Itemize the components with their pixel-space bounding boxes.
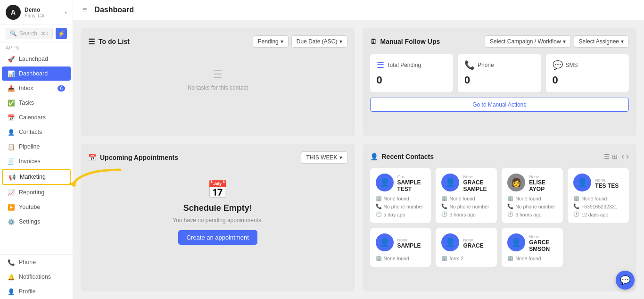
- marketing-icon: 📢: [8, 173, 16, 181]
- mfu-filters: Select Campaign / Workflow ▾ Select Assi…: [485, 35, 629, 48]
- contact-tag-tes-tes: None: [595, 178, 623, 183]
- sidebar-label-inbox: Inbox: [19, 85, 33, 91]
- dashboard-icon: 📊: [8, 70, 15, 77]
- stat-card-total-pending: ☰ Total Pending 0: [370, 54, 454, 92]
- todo-pending-filter[interactable]: Pending ▾: [253, 35, 289, 48]
- contact-tag-sample-test: Gro: [397, 174, 426, 179]
- search-box[interactable]: 🔍 Search ⌘K: [6, 28, 53, 39]
- contact-avatar-grace: 👤: [441, 233, 459, 251]
- sidebar-item-calendars[interactable]: 📅 Calendars: [2, 110, 71, 125]
- contact-name-sample: SAMPLE: [397, 242, 426, 249]
- search-label: Search: [19, 30, 37, 37]
- mfu-card-header: 🗓 Manual Follow Ups Select Campaign / Wo…: [370, 35, 629, 48]
- sidebar-item-youtube[interactable]: ▶️ Youtube: [2, 200, 71, 214]
- contact-company-grace: 🏢 form 2: [441, 255, 463, 261]
- stat-card-sms: 💬 SMS 0: [546, 54, 629, 92]
- demo-location: Paris, CA: [25, 13, 61, 18]
- sidebar-item-marketing[interactable]: 📢 Marketing: [2, 169, 71, 185]
- demo-name: Demo: [25, 7, 61, 13]
- appointments-week-filter[interactable]: THIS WEEK ▾: [301, 151, 347, 164]
- mfu-assignee-filter[interactable]: Select Assignee ▾: [574, 35, 629, 48]
- sidebar-item-inbox[interactable]: 📥 Inbox 6: [2, 81, 71, 95]
- inbox-icon: 📥: [8, 84, 15, 92]
- sidebar-label-launchpad: Launchpad: [19, 56, 48, 62]
- sidebar-item-invoices[interactable]: 🧾 Invoices: [2, 154, 71, 168]
- next-arrow-icon[interactable]: ›: [626, 151, 629, 161]
- appointments-empty-subtitle: You have no pending appointments.: [173, 217, 263, 224]
- clock-icon: 🕐: [441, 211, 447, 217]
- sidebar-item-contacts[interactable]: 👤 Contacts: [2, 125, 71, 139]
- sidebar-item-launchpad[interactable]: 🚀 Launchpad: [2, 52, 71, 66]
- total-pending-icon: ☰: [377, 60, 384, 70]
- contact-card-garce-smson[interactable]: 👤 None GARCE SMSON 🏢 None found: [502, 228, 563, 267]
- contact-tag-sample: None: [397, 238, 426, 242]
- calendars-icon: 📅: [8, 114, 15, 121]
- contact-tag-garce-smson: None: [529, 234, 557, 239]
- contact-name-elise-ayop: ELISE AYOP: [529, 179, 557, 192]
- phone-icon: 📞: [8, 258, 15, 266]
- sidebar-label-invoices: Invoices: [19, 158, 41, 165]
- contact-phone-sample-test: 📞 No phone number: [376, 203, 423, 209]
- contact-avatar-grace-sample: 👤: [441, 174, 459, 191]
- page-title: Dashboard: [94, 6, 134, 14]
- launchpad-icon: 🚀: [8, 55, 15, 63]
- hamburger-icon[interactable]: ≡: [83, 6, 87, 14]
- avatar-icon: 👤: [380, 237, 390, 248]
- sidebar-item-tasks[interactable]: ✅ Tasks: [2, 96, 71, 110]
- contact-name-garce-smson: GARCE SMSON: [529, 239, 557, 252]
- todo-filters: Pending ▾ Due Date (ASC) ▾: [253, 35, 347, 48]
- contact-tag-grace-sample: None: [463, 174, 491, 179]
- contact-card-grace-sample[interactable]: 👤 None GRACE SAMPLE 🏢 None found 📞 No: [436, 168, 497, 223]
- sidebar-label-settings: Settings: [19, 218, 40, 225]
- sidebar-item-pipeline[interactable]: 📋 Pipeline: [2, 140, 71, 154]
- list-view-icon[interactable]: ☰: [604, 153, 610, 160]
- avatar-icon: 👤: [577, 177, 587, 188]
- prev-arrow-icon[interactable]: ‹: [621, 151, 624, 161]
- contact-card-elise-ayop[interactable]: 👩 None ELISE AYOP 🏢 None found 📞 No ph: [502, 168, 563, 223]
- avatar-photo-icon: 👩: [511, 177, 521, 188]
- topbar: ≡ Dashboard: [73, 0, 644, 20]
- chevron-icon: ▾: [563, 38, 566, 45]
- sidebar-item-reporting[interactable]: 📈 Reporting: [2, 185, 71, 199]
- pipeline-icon: 📋: [8, 143, 15, 150]
- contact-company-sample: 🏢 None found: [376, 255, 409, 261]
- lightning-button[interactable]: ⚡: [56, 28, 67, 39]
- chevron-icon: ▾: [621, 38, 624, 45]
- manual-followups-card: 🗓 Manual Follow Ups Select Campaign / Wo…: [363, 28, 637, 136]
- float-chat-button[interactable]: 💬: [616, 271, 635, 290]
- sidebar-label-reporting: Reporting: [19, 189, 44, 196]
- avatar: A: [6, 5, 21, 20]
- avatar-icon: 👤: [445, 177, 455, 188]
- contact-avatar-tes-tes: 👤: [573, 174, 591, 191]
- go-to-manual-actions-button[interactable]: Go to Manual Actions: [370, 98, 629, 112]
- clock-icon: 🕐: [376, 211, 382, 217]
- appointments-empty-title: Schedule Empty!: [183, 203, 252, 213]
- content-grid: ☰ To do List Pending ▾ Due Date (ASC) ▾ …: [73, 20, 644, 299]
- sidebar-item-notifications[interactable]: 🔔 Notifications: [2, 270, 71, 284]
- sidebar-item-dashboard[interactable]: 📊 Dashboard: [2, 66, 71, 81]
- contact-card-tes-tes[interactable]: 👤 None TES TES 🏢 None found 📞 +6391652: [568, 168, 629, 223]
- appointments-header: 📅 Upcoming Appointments THIS WEEK ▾: [88, 151, 347, 164]
- calendar-empty-icon: 📅: [207, 180, 228, 199]
- todo-title: ☰ To do List: [88, 37, 130, 46]
- search-icon: 🔍: [10, 30, 17, 37]
- contact-card-sample-test[interactable]: 👤 Gro SAMPLE TEST 🏢 None found 📞 No ph: [370, 168, 431, 223]
- contact-card-grace[interactable]: 👤 None GRACE 🏢 form 2: [436, 228, 497, 267]
- contact-card-sample[interactable]: 👤 None SAMPLE 🏢 None found: [370, 228, 431, 267]
- sidebar-item-phone[interactable]: 📞 Phone: [2, 255, 71, 269]
- todo-duedate-filter[interactable]: Due Date (ASC) ▾: [291, 35, 347, 48]
- sidebar-item-profile[interactable]: 👤 Profile: [2, 284, 71, 299]
- tasks-icon: ✅: [8, 99, 15, 107]
- sidebar-item-settings[interactable]: ⚙️ Settings: [2, 215, 71, 229]
- contact-name-grace-sample: GRACE SAMPLE: [463, 179, 491, 192]
- contacts-icon: 👤: [8, 128, 15, 136]
- phone-icon-small: 📞: [507, 203, 513, 209]
- mfu-campaign-filter[interactable]: Select Campaign / Workflow ▾: [485, 35, 571, 48]
- stat-header-phone: 📞 Phone: [464, 60, 535, 70]
- create-appointment-button[interactable]: Create an appointment: [178, 230, 257, 245]
- grid-view-icon[interactable]: ⊞: [612, 153, 618, 160]
- recent-contacts-header: 👤 Recent Contacts ☰ ⊞ ‹ ›: [370, 151, 629, 161]
- stat-header-sms: 💬 SMS: [553, 60, 623, 70]
- contact-company-garce-smson: 🏢 None found: [507, 255, 541, 261]
- mfu-title: 🗓 Manual Follow Ups: [370, 38, 440, 45]
